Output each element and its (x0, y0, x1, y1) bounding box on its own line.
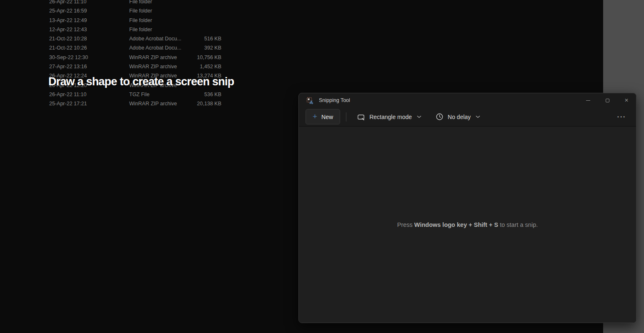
mode-label: Rectangle mode (369, 114, 412, 120)
file-row: 21-Oct-22 10:26Adobe Acrobat Docu...392 … (0, 43, 258, 52)
snip-capture-area[interactable]: 26-Apr-22 11:10File folder25-Apr-22 16:5… (0, 0, 644, 333)
file-row: 30-Sep-22 12:30WinRAR ZIP archive10,756 … (0, 53, 258, 62)
close-button[interactable]: ✕ (617, 93, 636, 107)
file-date: 25-Apr-22 17:21 (49, 99, 87, 108)
delay-dropdown[interactable]: No delay (432, 109, 484, 124)
file-date: 12-Apr-22 12:43 (49, 25, 87, 34)
window-controls: ✕ (579, 93, 636, 107)
minimize-icon (586, 100, 590, 101)
file-type: WinRAR ZIP archive (129, 53, 177, 62)
file-date: 21-Oct-22 10:26 (49, 43, 87, 52)
hint-prefix: Press (397, 221, 414, 228)
file-type: TGZ File (129, 90, 150, 99)
file-row: 12-Apr-22 12:43File folder (0, 25, 258, 34)
titlebar[interactable]: Snipping Tool ✕ (299, 93, 636, 107)
shortcut-hint: Press Windows logo key + Shift + S to st… (397, 221, 538, 228)
snip-window-body: Press Windows logo key + Shift + S to st… (299, 127, 636, 323)
ellipsis-icon: ••• (616, 115, 626, 119)
new-snip-button[interactable]: + New (306, 109, 340, 124)
mode-dropdown[interactable]: Rectangle mode (353, 109, 425, 124)
file-date: 30-Sep-22 12:30 (49, 53, 88, 62)
file-type: WinRAR ZIP archive (129, 99, 177, 108)
hint-shortcut: Windows logo key + Shift + S (414, 221, 498, 228)
file-size: 392 KB (175, 43, 221, 52)
file-type: File folder (129, 16, 152, 25)
file-size: 516 KB (175, 34, 221, 43)
file-row: 26-Apr-22 11:10TGZ File536 KB (0, 90, 258, 99)
plus-icon: + (313, 112, 317, 120)
maximize-icon (606, 99, 609, 102)
chevron-down-icon (476, 115, 480, 118)
snip-headline: Draw a shape to create a screen snip (48, 75, 234, 88)
file-type: Adobe Acrobat Docu... (129, 43, 181, 52)
file-type: File folder (129, 0, 152, 6)
rectangle-mode-icon (357, 113, 365, 121)
file-date: 27-Apr-22 13:16 (49, 62, 87, 71)
clock-icon (436, 113, 444, 121)
file-row: 21-Oct-22 10:28Adobe Acrobat Docu...516 … (0, 34, 258, 43)
file-row: 25-Apr-22 16:59File folder (0, 6, 258, 15)
file-type: Adobe Acrobat Docu... (129, 34, 181, 43)
delay-label: No delay (448, 114, 471, 120)
window-title: Snipping Tool (319, 97, 350, 103)
file-type: File folder (129, 25, 152, 34)
snipping-tool-app-icon (306, 97, 314, 104)
file-type: File folder (129, 6, 152, 15)
file-date: 26-Apr-22 11:10 (49, 0, 86, 6)
file-type: WinRAR ZIP archive (129, 62, 177, 71)
hint-suffix: to start a snip. (498, 221, 538, 228)
close-icon: ✕ (624, 98, 629, 103)
maximize-button[interactable] (598, 93, 617, 107)
toolbar-separator (346, 112, 346, 122)
file-size: 536 KB (175, 90, 221, 99)
toolbar: + New Rectangle mode (299, 107, 636, 127)
file-row: 13-Apr-22 12:49File folder (0, 16, 258, 25)
file-size: 20,138 KB (175, 99, 221, 108)
new-snip-label: New (321, 114, 333, 120)
file-date: 25-Apr-22 16:59 (49, 6, 87, 15)
minimize-button[interactable] (579, 93, 598, 107)
file-date: 13-Apr-22 12:49 (49, 16, 87, 25)
file-size: 1,452 KB (175, 62, 221, 71)
file-row: 25-Apr-22 17:21WinRAR ZIP archive20,138 … (0, 99, 258, 108)
chevron-down-icon (417, 115, 421, 118)
file-size: 10,756 KB (175, 53, 221, 62)
file-list: 26-Apr-22 11:10File folder25-Apr-22 16:5… (0, 0, 258, 109)
file-date: 26-Apr-22 11:10 (49, 90, 86, 99)
snipping-tool-window: Snipping Tool ✕ + New Rectangle mode (298, 93, 636, 323)
file-row: 27-Apr-22 13:16WinRAR ZIP archive1,452 K… (0, 62, 258, 71)
file-date: 21-Oct-22 10:28 (49, 34, 87, 43)
see-more-button[interactable]: ••• (613, 110, 629, 124)
file-row: 26-Apr-22 11:10File folder (0, 0, 258, 6)
